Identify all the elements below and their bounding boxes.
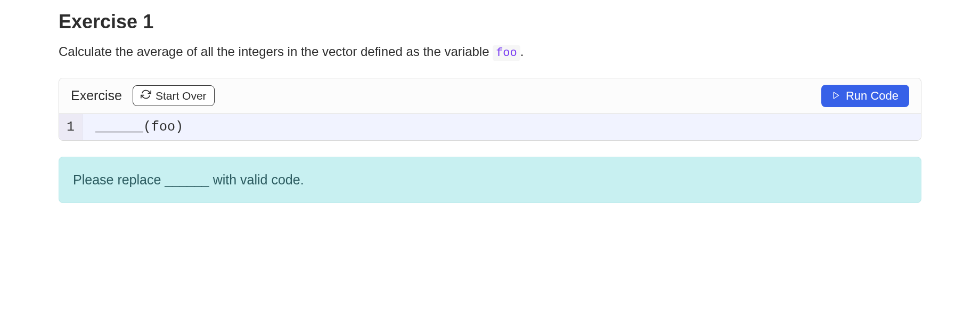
message-text: Please replace ______ with valid code. xyxy=(73,172,304,187)
start-over-label: Start Over xyxy=(156,90,207,102)
page-title: Exercise 1 xyxy=(59,11,921,33)
toolbar-label: Exercise xyxy=(71,88,122,103)
run-code-label: Run Code xyxy=(846,89,899,103)
code-toolbar: Exercise Start Over Run Code xyxy=(59,78,921,114)
code-panel: Exercise Start Over Run Code 1 xyxy=(59,78,921,141)
play-icon xyxy=(832,89,840,103)
run-code-button[interactable]: Run Code xyxy=(821,85,909,107)
svg-marker-0 xyxy=(834,92,838,99)
description-suffix: . xyxy=(520,44,524,59)
start-over-button[interactable]: Start Over xyxy=(133,85,215,106)
description-prefix: Calculate the average of all the integer… xyxy=(59,44,493,59)
refresh-icon xyxy=(141,89,151,102)
exercise-description: Calculate the average of all the integer… xyxy=(59,43,921,62)
code-line[interactable]: ______(foo) xyxy=(83,114,921,140)
message-panel: Please replace ______ with valid code. xyxy=(59,157,921,203)
inline-code-token: foo xyxy=(493,45,520,61)
line-number: 1 xyxy=(59,119,82,135)
code-editor[interactable]: 1 ______(foo) xyxy=(59,114,921,140)
line-number-gutter: 1 xyxy=(59,114,83,140)
